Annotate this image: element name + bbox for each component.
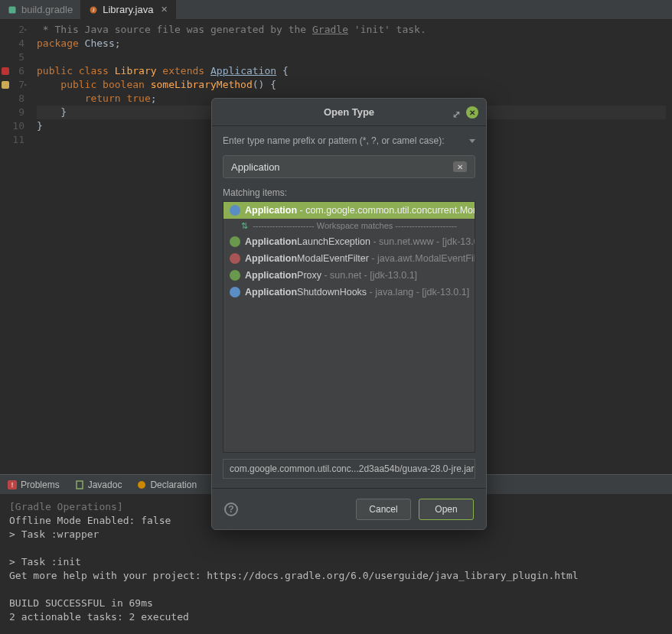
result-item[interactable]: ApplicationLaunchException - sun.net.www… [223, 233, 475, 250]
dialog-title-bar[interactable]: Open Type ⤢ ✕ [212, 99, 486, 126]
search-box: ✕ [223, 155, 475, 178]
open-type-dialog: Open Type ⤢ ✕ Enter type name prefix or … [211, 98, 487, 530]
result-item[interactable]: ApplicationProxy - sun.net - [jdk-13.0.1… [223, 267, 475, 284]
gradle-file-icon [8, 5, 17, 15]
svg-text:J: J [93, 8, 95, 12]
tab-declaration[interactable]: Declaration [129, 475, 204, 494]
tab-library-java[interactable]: J Library.java ✕ [81, 0, 176, 19]
svg-rect-5 [77, 481, 83, 489]
type-icon [230, 205, 240, 216]
selected-path: com.google.common.util.conc...2d3aa54b/g… [223, 459, 475, 479]
tab-label: build.gradle [21, 4, 73, 15]
type-icon [230, 287, 240, 297]
results-separator: ⇅ ---------------------- Workspace match… [223, 219, 475, 233]
search-input[interactable] [231, 161, 453, 173]
results-list: Application - com.google.common.util.con… [223, 201, 475, 453]
result-item[interactable]: Application - com.google.common.util.con… [223, 202, 475, 219]
open-button[interactable]: Open [419, 499, 474, 520]
svg-rect-0 [9, 6, 16, 13]
tab-javadoc[interactable]: Javadoc [67, 475, 130, 494]
cancel-button[interactable]: Cancel [356, 499, 411, 520]
type-icon [230, 270, 240, 281]
help-icon[interactable]: ? [224, 502, 238, 516]
decl-icon [137, 480, 146, 489]
tab-label: Library.java [103, 4, 153, 15]
result-item[interactable]: ApplicationModalEventFilter - java.awt.M… [223, 250, 475, 267]
line-number-gutter: 24567891011 [0, 20, 31, 474]
svg-point-6 [138, 481, 145, 489]
tab-problems[interactable]: ! Problems [0, 475, 67, 494]
clear-input-icon[interactable]: ✕ [453, 161, 467, 172]
result-item[interactable]: ApplicationShutdownHooks - java.lang - [… [223, 284, 475, 301]
error-icon: ! [8, 480, 17, 489]
close-icon[interactable]: ✕ [466, 106, 478, 119]
type-icon [230, 253, 240, 264]
doc-icon [75, 480, 84, 489]
maximize-icon[interactable]: ⤢ [452, 109, 460, 116]
search-prompt: Enter type name prefix or pattern (*, ?,… [223, 135, 444, 146]
chevron-down-icon[interactable] [469, 139, 475, 143]
type-icon [230, 236, 240, 247]
dialog-title: Open Type [324, 106, 374, 118]
tab-build-gradle[interactable]: build.gradle [0, 0, 81, 19]
editor-tab-bar: build.gradle J Library.java ✕ [0, 0, 672, 20]
matching-items-label: Matching items: [223, 187, 475, 198]
java-file-icon: J [89, 5, 98, 15]
close-icon[interactable]: ✕ [161, 5, 168, 15]
svg-text:!: ! [11, 481, 14, 489]
